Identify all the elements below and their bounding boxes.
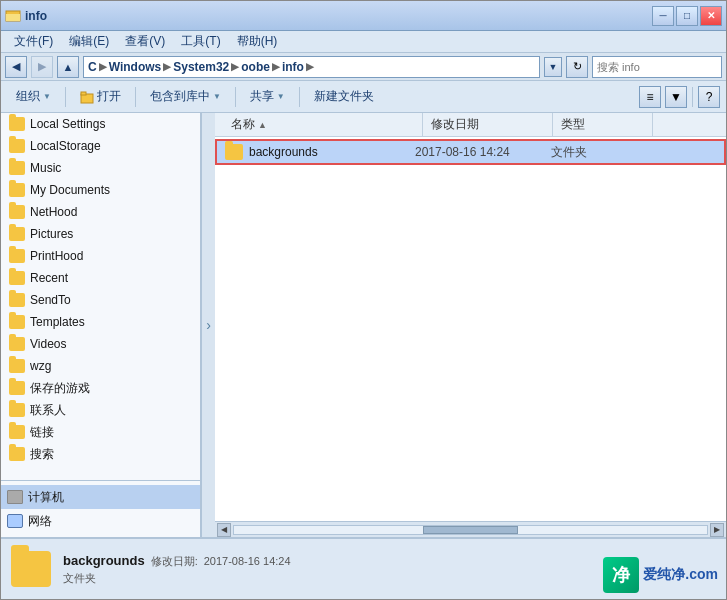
refresh-button[interactable]: ↻ bbox=[566, 56, 588, 78]
crumb-oobe: oobe bbox=[241, 60, 270, 74]
back-button[interactable]: ◀ bbox=[5, 56, 27, 78]
sidebar-item-label: Pictures bbox=[30, 227, 73, 241]
toolbar-separator-4 bbox=[299, 87, 300, 107]
file-date: 2017-08-16 14:24 bbox=[415, 145, 545, 159]
help-button[interactable]: ? bbox=[698, 86, 720, 108]
sidebar-item-sendto[interactable]: SendTo bbox=[1, 289, 200, 311]
close-button[interactable]: ✕ bbox=[700, 6, 722, 26]
h-scroll-track[interactable] bbox=[233, 525, 708, 535]
sidebar-collapse-button[interactable]: › bbox=[201, 113, 215, 537]
menu-bar: 文件(F) 编辑(E) 查看(V) 工具(T) 帮助(H) bbox=[1, 31, 726, 53]
h-scroll-left[interactable]: ◀ bbox=[217, 523, 231, 537]
new-folder-button[interactable]: 新建文件夹 bbox=[305, 85, 383, 109]
sidebar-item-label: 保存的游戏 bbox=[30, 380, 90, 397]
content-area: 名称 ▲ 修改日期 类型 backgrounds2017-08-16 14:24… bbox=[215, 113, 726, 537]
sidebar-item-local-storage[interactable]: LocalStorage bbox=[1, 135, 200, 157]
file-name: backgrounds bbox=[249, 145, 409, 159]
folder-icon bbox=[9, 337, 25, 351]
search-box[interactable]: 🔍 bbox=[592, 56, 722, 78]
col-header-date[interactable]: 修改日期 bbox=[423, 113, 553, 136]
folder-icon bbox=[9, 227, 25, 241]
crumb-c: C bbox=[88, 60, 97, 74]
content-header: 名称 ▲ 修改日期 类型 bbox=[215, 113, 726, 137]
sidebar-item-label: 搜索 bbox=[30, 446, 54, 463]
open-button[interactable]: 打开 bbox=[71, 85, 130, 109]
folder-icon bbox=[9, 249, 25, 263]
status-name: backgrounds bbox=[63, 553, 145, 568]
sidebar-item-nethood[interactable]: NetHood bbox=[1, 201, 200, 223]
menu-item-view[interactable]: 查看(V) bbox=[118, 32, 172, 52]
view-button[interactable]: ≡ bbox=[639, 86, 661, 108]
folder-icon bbox=[9, 139, 25, 153]
menu-item-help[interactable]: 帮助(H) bbox=[230, 32, 285, 52]
sidebar-item-network[interactable]: 网络 bbox=[1, 509, 200, 533]
toolbar-separator-1 bbox=[65, 87, 66, 107]
crumb-windows: Windows bbox=[109, 60, 162, 74]
share-button[interactable]: 共享 ▼ bbox=[241, 85, 294, 109]
sidebar-item-printhood[interactable]: PrintHood bbox=[1, 245, 200, 267]
table-row[interactable]: backgrounds2017-08-16 14:24文件夹 bbox=[215, 139, 726, 165]
address-dropdown[interactable]: ▼ bbox=[544, 57, 562, 77]
explorer-window: info ─ □ ✕ 文件(F) 编辑(E) 查看(V) 工具(T) 帮助(H)… bbox=[0, 0, 727, 600]
sidebar-item-templates[interactable]: Templates bbox=[1, 311, 200, 333]
sidebar-item-music[interactable]: Music bbox=[1, 157, 200, 179]
sidebar-item-label: Templates bbox=[30, 315, 85, 329]
title-buttons: ─ □ ✕ bbox=[652, 6, 722, 26]
h-scroll-right[interactable]: ▶ bbox=[710, 523, 724, 537]
sort-arrow: ▲ bbox=[258, 120, 267, 130]
up-button[interactable]: ▲ bbox=[57, 56, 79, 78]
organize-button[interactable]: 组织 ▼ bbox=[7, 85, 60, 109]
sidebar-item-label: NetHood bbox=[30, 205, 77, 219]
title-bar-left: info bbox=[5, 8, 47, 24]
sidebar-item-contacts[interactable]: 联系人 bbox=[1, 399, 200, 421]
col-header-type[interactable]: 类型 bbox=[553, 113, 653, 136]
folder-icon bbox=[9, 315, 25, 329]
toolbar-separator-2 bbox=[135, 87, 136, 107]
col-header-name[interactable]: 名称 ▲ bbox=[223, 113, 423, 136]
window-title: info bbox=[25, 9, 47, 23]
sidebar-item-pictures[interactable]: Pictures bbox=[1, 223, 200, 245]
menu-item-edit[interactable]: 编辑(E) bbox=[62, 32, 116, 52]
sidebar-item-saved-games[interactable]: 保存的游戏 bbox=[1, 377, 200, 399]
h-scroll-thumb[interactable] bbox=[423, 526, 518, 534]
menu-item-file[interactable]: 文件(F) bbox=[7, 32, 60, 52]
sidebar-item-videos[interactable]: Videos bbox=[1, 333, 200, 355]
horizontal-scrollbar[interactable]: ◀ ▶ bbox=[215, 521, 726, 537]
status-bar: backgrounds 修改日期: 2017-08-16 14:24 文件夹 净… bbox=[1, 537, 726, 599]
sidebar-item-my-documents[interactable]: My Documents bbox=[1, 179, 200, 201]
sidebar-item-computer[interactable]: 计算机 bbox=[1, 485, 200, 509]
toolbar-separator-5 bbox=[692, 87, 693, 107]
sidebar: Local SettingsLocalStorageMusicMy Docume… bbox=[1, 113, 201, 537]
sidebar-computer-label: 计算机 bbox=[28, 489, 64, 506]
sidebar-item-label: My Documents bbox=[30, 183, 110, 197]
network-icon bbox=[7, 514, 23, 528]
sidebar-item-local-settings[interactable]: Local Settings bbox=[1, 113, 200, 135]
include-button[interactable]: 包含到库中 ▼ bbox=[141, 85, 230, 109]
search-input[interactable] bbox=[597, 61, 727, 73]
status-date: 2017-08-16 14:24 bbox=[204, 555, 291, 567]
address-crumb: C ▶ Windows ▶ System32 ▶ oobe ▶ info ▶ bbox=[88, 60, 314, 74]
content-list: backgrounds2017-08-16 14:24文件夹 bbox=[215, 137, 726, 521]
forward-button[interactable]: ▶ bbox=[31, 56, 53, 78]
sidebar-list: Local SettingsLocalStorageMusicMy Docume… bbox=[1, 113, 200, 480]
menu-item-tools[interactable]: 工具(T) bbox=[174, 32, 227, 52]
restore-button[interactable]: □ bbox=[676, 6, 698, 26]
sidebar-item-recent[interactable]: Recent bbox=[1, 267, 200, 289]
computer-icon bbox=[7, 490, 23, 504]
minimize-button[interactable]: ─ bbox=[652, 6, 674, 26]
sidebar-item-wzg[interactable]: wzg bbox=[1, 355, 200, 377]
watermark: 净 爱纯净.com bbox=[603, 557, 718, 593]
sidebar-item-label: Local Settings bbox=[30, 117, 105, 131]
folder-icon bbox=[9, 271, 25, 285]
main-area: Local SettingsLocalStorageMusicMy Docume… bbox=[1, 113, 726, 537]
toolbar: 组织 ▼ 打开 包含到库中 ▼ 共享 ▼ 新建文件夹 ≡ ▼ ? bbox=[1, 81, 726, 113]
watermark-text: 爱纯净.com bbox=[643, 566, 718, 584]
status-folder-icon bbox=[11, 551, 51, 587]
sidebar-bottom: 计算机 网络 bbox=[1, 480, 200, 537]
svg-rect-3 bbox=[81, 92, 86, 95]
title-bar: info ─ □ ✕ bbox=[1, 1, 726, 31]
view-dropdown-button[interactable]: ▼ bbox=[665, 86, 687, 108]
address-box[interactable]: C ▶ Windows ▶ System32 ▶ oobe ▶ info ▶ bbox=[83, 56, 540, 78]
sidebar-item-search[interactable]: 搜索 bbox=[1, 443, 200, 465]
sidebar-item-links[interactable]: 链接 bbox=[1, 421, 200, 443]
